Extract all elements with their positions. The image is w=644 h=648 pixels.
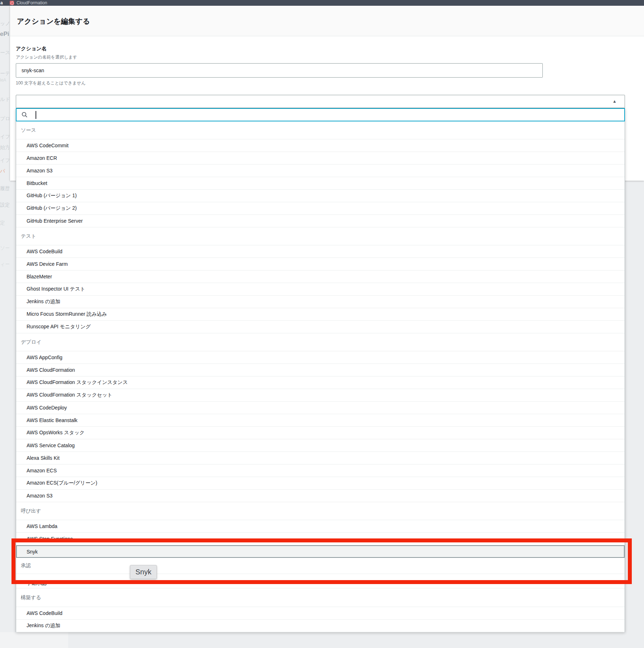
modal-header: アクションを編集する xyxy=(10,6,644,36)
provider-option[interactable]: GitHub (バージョン 2) xyxy=(16,202,625,215)
provider-option[interactable]: BlazeMeter xyxy=(16,270,625,283)
provider-option[interactable]: Ghost Inspector UI テスト xyxy=(16,283,625,296)
sidebar-fragment: ePi xyxy=(0,31,9,38)
provider-option[interactable]: AWS Device Farm xyxy=(16,258,625,270)
provider-option[interactable]: Amazon S3 xyxy=(16,165,625,177)
action-name-hint: 100 文字を超えることはできません xyxy=(16,80,644,86)
action-name-description: アクションの名前を選択します xyxy=(16,54,644,60)
browser-tab-title[interactable]: CloudFormation xyxy=(17,0,47,6)
provider-option[interactable]: Amazon S3 xyxy=(16,490,625,502)
provider-option[interactable]: Jenkins の追加 xyxy=(16,620,625,632)
action-provider-select[interactable]: ▲ xyxy=(16,95,625,108)
provider-option[interactable]: GitHub Enterprise Server xyxy=(16,215,625,227)
sidebar-fragment: イプ xyxy=(0,157,9,164)
provider-search-field[interactable] xyxy=(16,108,625,121)
sidebar-fragment: ッノ xyxy=(0,20,9,27)
provider-dropdown-panel: ソースAWS CodeCommitAmazon ECRAmazon S3Bitb… xyxy=(16,108,625,632)
sidebar-fragment: ーテ xyxy=(0,70,9,77)
provider-option[interactable]: AWS Lambda xyxy=(16,520,625,533)
provider-option[interactable]: AWS CodeCommit xyxy=(16,139,625,152)
sidebar-fragment: ソース xyxy=(0,245,9,251)
provider-option[interactable]: Micro Focus StormRunner 読み込み xyxy=(16,308,625,321)
provider-option[interactable]: AWS Step Functions xyxy=(16,533,625,545)
text-cursor xyxy=(36,111,36,119)
provider-group-header: 承認 xyxy=(16,558,625,574)
action-form: アクション名 アクションの名前を選択します 100 文字を超えることはできません… xyxy=(10,36,644,103)
provider-option[interactable]: Amazon ECS(ブルー/グリーン) xyxy=(16,477,625,490)
provider-group-header: 呼び出す xyxy=(16,502,625,520)
provider-option[interactable]: AWS CloudFormation スタックインスタンス xyxy=(16,376,625,389)
provider-option[interactable]: AWS Service Catalog xyxy=(16,439,625,452)
provider-option[interactable]: Amazon ECS xyxy=(16,464,625,477)
provider-option[interactable]: Alexa Skills Kit xyxy=(16,452,625,464)
sidebar-fragment: パ xyxy=(0,168,5,175)
provider-option[interactable]: AWS CloudFormation スタックセット xyxy=(16,389,625,402)
sidebar-fragment: 設定 xyxy=(0,202,9,208)
provider-option[interactable]: AWS CodeBuild xyxy=(16,245,625,258)
action-name-input[interactable] xyxy=(16,63,543,78)
provider-group-header: ソース xyxy=(16,121,625,139)
cloudformation-favicon-icon xyxy=(10,1,14,5)
action-name-label: アクション名 xyxy=(16,46,644,52)
provider-option[interactable]: Amazon ECR xyxy=(16,152,625,165)
modal-title: アクションを編集する xyxy=(17,17,644,26)
sidebar-fragment: leA xyxy=(0,78,6,83)
provider-option-list: ソースAWS CodeCommitAmazon ECRAmazon S3Bitb… xyxy=(16,121,625,632)
provider-option[interactable]: AWS AppConfig xyxy=(16,351,625,364)
snyk-tooltip: Snyk xyxy=(130,565,157,579)
background-sidebar-fragments: ッノePiースーテleAルドプロイブ始方イプパ履歴設定定ソースィード xyxy=(0,6,9,648)
provider-group-header: 構築する xyxy=(16,588,625,607)
provider-group-header: テスト xyxy=(16,227,625,245)
sidebar-fragment: 始方 xyxy=(0,144,9,151)
provider-option[interactable]: AWS Elastic Beanstalk xyxy=(16,414,625,427)
provider-option[interactable]: AWS CodeDeploy xyxy=(16,402,625,414)
provider-option[interactable]: Snyk xyxy=(16,545,625,558)
provider-option[interactable]: Runscope API モニタリング xyxy=(16,321,625,333)
provider-option[interactable]: AWS CloudFormation xyxy=(16,364,625,376)
tab-bar-left-text: a xyxy=(0,0,10,5)
sidebar-fragment: イブ xyxy=(0,134,9,140)
sidebar-fragment: ィード xyxy=(0,261,9,268)
chevron-up-icon: ▲ xyxy=(612,99,617,104)
provider-option[interactable]: AWS OpsWorks スタック xyxy=(16,427,625,439)
provider-option[interactable]: Jenkins の追加 xyxy=(16,296,625,308)
sidebar-fragment: 定 xyxy=(0,220,5,226)
browser-tab-bar: a CloudFormation xyxy=(0,0,644,6)
provider-option[interactable]: GitHub (バージョン 1) xyxy=(16,190,625,202)
sidebar-fragment: ルド xyxy=(0,96,9,103)
provider-option[interactable]: AWS CodeBuild xyxy=(16,607,625,620)
sidebar-fragment: ース xyxy=(0,50,9,56)
provider-option[interactable]: 手動承認 xyxy=(16,574,625,588)
sidebar-fragment: 履歴 xyxy=(0,185,9,192)
provider-group-header: デプロイ xyxy=(16,333,625,351)
search-icon xyxy=(22,112,28,118)
sidebar-fragment: プロ xyxy=(0,116,9,122)
provider-option[interactable]: Bitbucket xyxy=(16,177,625,190)
background-sidebar-bottom xyxy=(0,632,68,648)
